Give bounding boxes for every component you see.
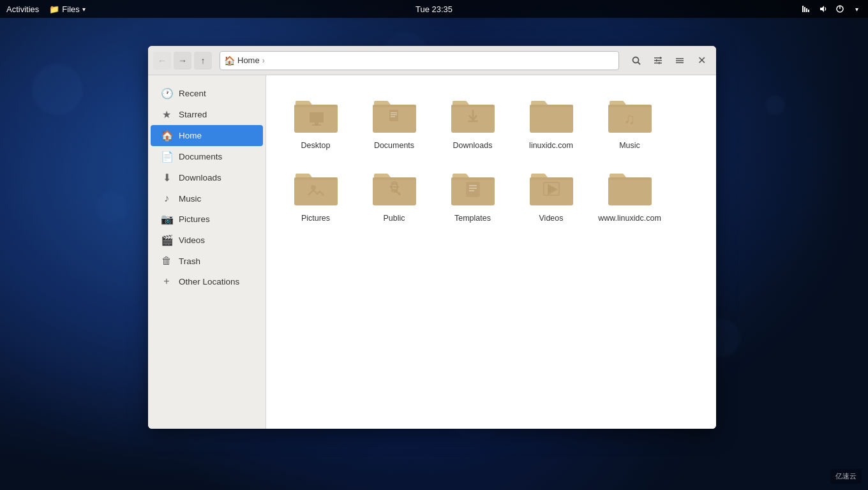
- svg-rect-11: [654, 63, 662, 64]
- sidebar-item-trash[interactable]: 🗑 Trash: [151, 251, 263, 271]
- folder-icon-downloads: [447, 93, 498, 137]
- svg-rect-14: [659, 62, 660, 64]
- forward-button[interactable]: →: [174, 52, 191, 70]
- svg-rect-59: [608, 177, 652, 180]
- sidebar-icon-downloads: ⬇: [161, 172, 172, 184]
- sidebar-label-pictures: Pictures: [179, 214, 210, 224]
- sidebar-icon-home: 🏠: [161, 130, 172, 142]
- sidebar-item-music[interactable]: ♪ Music: [151, 188, 263, 209]
- folder-item-documents[interactable]: Documents: [357, 88, 431, 156]
- folder-item-www-linuxidc[interactable]: www.linuxidc.com: [593, 161, 666, 228]
- svg-rect-52: [469, 190, 474, 191]
- svg-marker-4: [820, 6, 824, 12]
- sidebar-item-pictures[interactable]: 📷 Pictures: [151, 209, 263, 230]
- svg-rect-58: [608, 177, 652, 205]
- svg-rect-2: [806, 8, 807, 12]
- svg-line-8: [638, 62, 641, 64]
- folder-label-music: Music: [619, 140, 640, 151]
- folder-icon-linuxidc: [526, 93, 577, 137]
- sidebar-label-music: Music: [179, 194, 201, 204]
- sidebar-label-recent: Recent: [179, 89, 206, 98]
- file-manager-window: ← → ↑ 🏠 Home ›: [148, 46, 716, 429]
- svg-rect-51: [469, 188, 477, 189]
- svg-rect-28: [391, 116, 395, 117]
- svg-rect-50: [469, 185, 477, 186]
- svg-rect-16: [676, 60, 684, 61]
- folder-icon-www-linuxidc: [604, 166, 655, 209]
- sidebar-icon-starred: ★: [161, 108, 172, 121]
- svg-rect-49: [467, 182, 479, 197]
- topbar: Activities 📁 Files ▾ Tue 23:35: [0, 0, 868, 18]
- svg-rect-12: [660, 57, 661, 59]
- folder-label-templates: Templates: [454, 213, 491, 223]
- sidebar-icon-other-locations: +: [161, 276, 172, 287]
- sidebar-item-starred[interactable]: ★ Starred: [151, 104, 263, 125]
- folder-item-desktop[interactable]: Desktop: [279, 88, 352, 156]
- sidebar-item-other-locations[interactable]: + Other Locations: [151, 271, 263, 292]
- sound-icon[interactable]: [818, 4, 828, 14]
- folder-icon-documents: [369, 93, 420, 137]
- close-button[interactable]: ✕: [692, 51, 711, 70]
- sidebar-item-downloads[interactable]: ⬇ Downloads: [151, 167, 263, 188]
- folder-item-linuxidc[interactable]: linuxidc.com: [514, 88, 588, 156]
- path-forward-arrow[interactable]: ›: [262, 56, 265, 65]
- sidebar-label-home: Home: [179, 131, 202, 140]
- sidebar-item-documents[interactable]: 📄 Documents: [151, 146, 263, 167]
- svg-rect-20: [310, 112, 324, 122]
- folder-icon-pictures: [290, 166, 341, 209]
- folder-item-videos[interactable]: Videos: [514, 161, 588, 228]
- svg-rect-15: [676, 58, 684, 59]
- svg-rect-26: [391, 112, 397, 114]
- sidebar-icon-pictures: 📷: [161, 213, 172, 225]
- folder-item-downloads[interactable]: Downloads: [436, 88, 509, 156]
- menu-button[interactable]: [670, 51, 689, 70]
- sidebar-item-videos[interactable]: 🎬 Videos: [151, 230, 263, 251]
- svg-rect-39: [294, 177, 338, 180]
- clock: Tue 23:35: [415, 4, 453, 14]
- files-menu-button[interactable]: 📁 Files ▾: [49, 4, 85, 14]
- view-options-button[interactable]: [648, 51, 668, 70]
- folder-item-music[interactable]: ♫ Music: [593, 88, 666, 156]
- svg-rect-27: [391, 114, 397, 115]
- file-grid: Desktop Documents Dow: [266, 75, 716, 429]
- sidebar-item-home[interactable]: 🏠 Home: [151, 125, 263, 146]
- svg-rect-3: [808, 10, 809, 12]
- up-button[interactable]: ↑: [194, 52, 212, 70]
- network-icon[interactable]: [802, 4, 812, 14]
- files-menu-icon: 📁: [49, 4, 59, 14]
- svg-rect-13: [656, 59, 657, 62]
- main-content: 🕐 Recent ★ Starred 🏠 Home 📄 Documents ⬇ …: [148, 75, 716, 429]
- folder-label-linuxidc: linuxidc.com: [529, 140, 573, 151]
- sidebar-label-downloads: Downloads: [179, 173, 221, 182]
- search-button[interactable]: [627, 51, 646, 70]
- svg-rect-25: [389, 110, 398, 121]
- svg-rect-19: [294, 105, 338, 107]
- path-label: Home: [237, 56, 260, 65]
- power-icon[interactable]: [835, 4, 845, 14]
- back-button[interactable]: ←: [153, 52, 171, 70]
- svg-rect-0: [802, 6, 804, 12]
- sidebar-label-videos: Videos: [179, 235, 205, 245]
- svg-point-7: [633, 57, 639, 63]
- folder-icon-videos: [526, 166, 577, 209]
- header-actions: ✕: [627, 51, 711, 70]
- sidebar-icon-trash: 🗑: [161, 255, 172, 267]
- folder-label-desktop: Desktop: [301, 140, 331, 151]
- folder-icon-templates: [447, 166, 498, 209]
- power-arrow-icon[interactable]: ▾: [851, 4, 862, 14]
- activities-button[interactable]: Activities: [6, 4, 39, 14]
- watermark: 亿速云: [830, 469, 862, 484]
- svg-rect-54: [530, 177, 573, 180]
- folder-item-pictures[interactable]: Pictures: [279, 161, 352, 228]
- folder-item-templates[interactable]: Templates: [436, 161, 509, 228]
- folder-label-www-linuxidc: www.linuxidc.com: [598, 213, 661, 223]
- sidebar-label-trash: Trash: [179, 256, 200, 266]
- sidebar-icon-music: ♪: [161, 193, 172, 204]
- svg-rect-30: [451, 105, 495, 107]
- sidebar-item-recent[interactable]: 🕐 Recent: [151, 83, 263, 104]
- svg-text:♫: ♫: [624, 110, 635, 127]
- headerbar: ← → ↑ 🏠 Home ›: [148, 46, 716, 75]
- svg-rect-42: [373, 177, 416, 180]
- folder-item-public[interactable]: Public: [357, 161, 431, 228]
- svg-rect-17: [676, 62, 684, 63]
